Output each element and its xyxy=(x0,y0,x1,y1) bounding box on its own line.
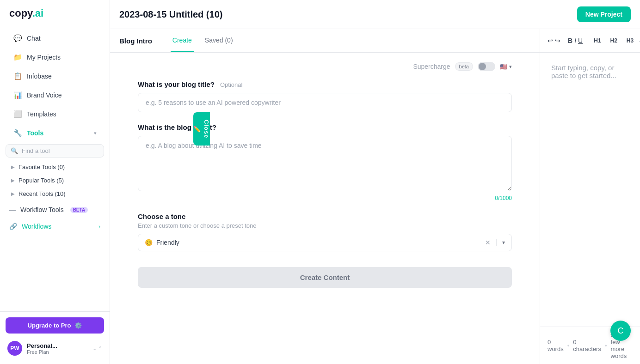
popular-tools-item[interactable]: ▶ Popular Tools (5) xyxy=(0,174,110,187)
sidebar: copy.ai 💬 Chat 📁 My Projects 📋 Infobase … xyxy=(0,0,110,364)
italic-icon: I xyxy=(574,37,576,44)
tab-saved[interactable]: Saved (0) xyxy=(203,29,235,52)
h3-button[interactable]: H3 xyxy=(623,34,637,48)
sidebar-item-infobase[interactable]: 📋 Infobase xyxy=(4,67,106,85)
workflows-icon: 🔗 xyxy=(9,223,17,230)
sidebar-item-label: Templates xyxy=(27,110,56,118)
expand-icon: ▶ xyxy=(11,164,15,170)
italic-button[interactable]: I xyxy=(574,34,576,48)
tool-tabs: Blog Intro Create Saved (0) xyxy=(110,29,540,53)
tool-form: Supercharge beta 🇺🇸 ▾ What is your blog … xyxy=(110,53,540,364)
create-content-button[interactable]: Create Content xyxy=(138,267,512,288)
expand-icon: ▶ xyxy=(11,178,15,183)
optional-label: Optional xyxy=(220,81,242,88)
tone-clear-button[interactable]: ✕ xyxy=(485,239,491,246)
content-area: Blog Intro Create Saved (0) Supercharge … xyxy=(110,29,640,364)
subsection-label: Favorite Tools (0) xyxy=(18,164,65,170)
sidebar-item-workflow-tools[interactable]: — Workflow Tools BETA xyxy=(0,201,110,218)
sidebar-item-my-projects[interactable]: 📁 My Projects xyxy=(4,48,106,67)
supercharge-bar: Supercharge beta 🇺🇸 ▾ xyxy=(138,62,512,71)
h1-button[interactable]: H1 xyxy=(590,34,604,48)
gear-icon: ⚙️ xyxy=(74,322,82,329)
pencil-icon: ✏️ xyxy=(193,125,200,133)
editor-panel: ↩ ↪ B I U H1 H xyxy=(540,29,640,364)
logo-text: copy xyxy=(9,7,32,19)
blog-title-label-text: What is your blog title? xyxy=(138,80,215,88)
workflows-chevron-icon: › xyxy=(98,224,100,229)
redo-button[interactable]: ↪ xyxy=(555,34,560,48)
blog-title-input[interactable] xyxy=(138,93,512,112)
sidebar-item-tools[interactable]: 🔧 Tools ▾ xyxy=(4,124,106,142)
find-tool-input[interactable] xyxy=(22,147,99,154)
folder-icon: 📁 xyxy=(13,53,22,62)
sidebar-item-brand-voice[interactable]: 📊 Brand Voice xyxy=(4,86,106,104)
user-profile[interactable]: PW Personal... Free Plan ⌄ ⌃ xyxy=(6,338,104,358)
editor-toolbar: ↩ ↪ B I U H1 H xyxy=(540,29,640,53)
footer-dot-2: • xyxy=(605,342,607,349)
user-chevron-icon: ⌄ ⌃ xyxy=(92,346,102,352)
user-info: Personal... Free Plan xyxy=(27,342,88,355)
tone-emoji: 😊 xyxy=(145,239,153,246)
upgrade-to-pro-button[interactable]: Upgrade to Pro ⚙️ xyxy=(6,317,104,334)
h1-icon: H1 xyxy=(594,37,601,44)
sidebar-item-templates[interactable]: ⬜ Templates xyxy=(4,105,106,123)
supercharge-label: Supercharge xyxy=(413,63,450,70)
undo-button[interactable]: ↩ xyxy=(548,34,553,48)
workflow-tools-badge: BETA xyxy=(70,207,88,213)
close-panel-tab[interactable]: Close ✏️ xyxy=(193,112,210,146)
chat-fab-button[interactable]: C xyxy=(610,321,631,341)
blog-title-section: What is your blog title? Optional xyxy=(138,80,512,112)
editor-body[interactable]: Start typing, copy, or paste to get star… xyxy=(540,53,640,327)
sidebar-item-label: My Projects xyxy=(27,54,61,61)
h2-button[interactable]: H2 xyxy=(606,34,621,48)
underline-icon: U xyxy=(578,37,583,44)
sidebar-item-label: Chat xyxy=(27,35,41,42)
templates-icon: ⬜ xyxy=(13,109,22,119)
chat-fab-label: C xyxy=(618,326,624,336)
word-count: 0 words xyxy=(548,339,564,352)
page-title: 2023-08-15 Untitled (10) xyxy=(119,9,577,20)
main-content: 2023-08-15 Untitled (10) New Project Blo… xyxy=(110,0,640,364)
sidebar-item-chat[interactable]: 💬 Chat xyxy=(4,29,106,48)
flag-icon: 🇺🇸 xyxy=(500,63,507,70)
close-label: Close xyxy=(203,120,210,138)
subsection-label: Recent Tools (10) xyxy=(18,190,66,197)
sidebar-item-workflows[interactable]: 🔗 Workflows › xyxy=(0,218,110,235)
sidebar-item-label: Tools xyxy=(27,129,43,137)
tone-value: Friendly xyxy=(156,239,481,246)
user-name: Personal... xyxy=(27,342,88,349)
favorite-tools-item[interactable]: ▶ Favorite Tools (0) xyxy=(0,160,110,174)
blog-title-label: What is your blog title? Optional xyxy=(138,80,512,88)
sidebar-item-label: Brand Voice xyxy=(27,91,62,99)
tone-section: Choose a tone Enter a custom tone or cho… xyxy=(138,212,512,251)
supercharge-toggle[interactable] xyxy=(478,62,495,71)
expand-icon: ▶ xyxy=(11,191,15,196)
user-initials: PW xyxy=(10,345,19,352)
underline-button[interactable]: U xyxy=(578,34,583,48)
subsection-label: Popular Tools (5) xyxy=(18,177,64,184)
new-project-button[interactable]: New Project xyxy=(577,6,631,22)
tone-chevron-icon[interactable]: ▾ xyxy=(502,239,505,246)
flag-dropdown[interactable]: 🇺🇸 ▾ xyxy=(500,63,512,70)
search-icon: 🔍 xyxy=(11,147,18,154)
undo-icon: ↩ xyxy=(548,37,553,44)
recent-tools-item[interactable]: ▶ Recent Tools (10) xyxy=(0,187,110,200)
app-logo[interactable]: copy.ai xyxy=(0,0,110,27)
dash-icon: — xyxy=(9,206,16,213)
toggle-knob xyxy=(479,63,486,70)
tool-panel: Blog Intro Create Saved (0) Supercharge … xyxy=(110,29,540,364)
editor-placeholder: Start typing, copy, or paste to get star… xyxy=(551,64,629,79)
tools-subsections: ▶ Favorite Tools (0) ▶ Popular Tools (5)… xyxy=(0,159,110,201)
brand-voice-icon: 📊 xyxy=(13,91,22,100)
bold-button[interactable]: B xyxy=(568,34,572,48)
top-bar: 2023-08-15 Untitled (10) New Project xyxy=(110,0,640,29)
tools-chevron-icon: ▾ xyxy=(94,130,97,136)
beta-tag: beta xyxy=(455,62,473,71)
workflow-tools-label: Workflow Tools xyxy=(20,206,64,213)
bold-icon: B xyxy=(568,37,572,44)
logo-dot: .ai xyxy=(32,7,43,19)
infobase-icon: 📋 xyxy=(13,72,22,81)
tone-label: Choose a tone xyxy=(138,212,512,220)
tab-create[interactable]: Create xyxy=(171,29,194,52)
tone-select[interactable]: 😊 Friendly ✕ ▾ xyxy=(138,234,512,251)
